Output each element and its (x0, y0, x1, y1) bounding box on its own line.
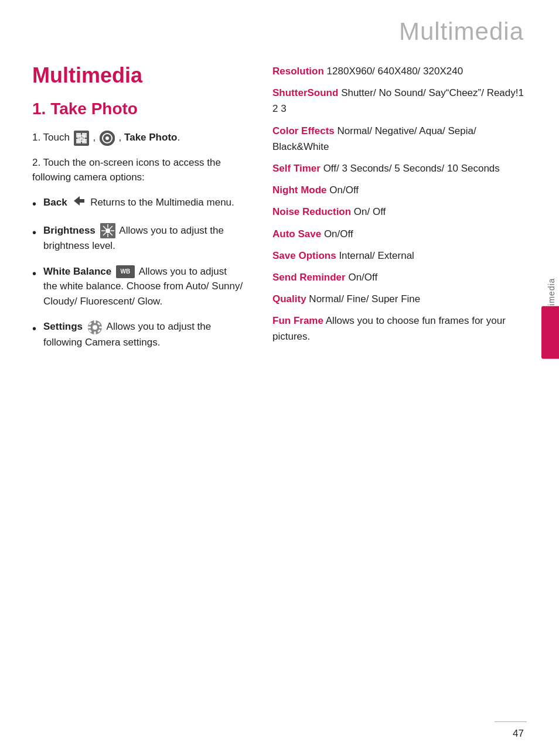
back-text: Returns to the Multimedia menu. (90, 197, 234, 208)
sendreminder-value: On/Off (348, 272, 377, 283)
grid-icon (74, 131, 89, 146)
step-1-separator: , (93, 132, 98, 143)
header-title: Multimedia (399, 18, 524, 45)
night-label: Night Mode (272, 184, 327, 196)
settings-label: Settings (43, 321, 86, 332)
right-item-selftimer: Self Timer Off/ 3 Seconds/ 5 Seconds/ 10… (272, 160, 527, 176)
right-item-sendreminder: Send Reminder On/Off (272, 269, 527, 285)
bullet-list: • Back Returns to the Multimedia menu. • (32, 194, 243, 350)
bullet-settings: • Settings (32, 319, 243, 350)
quality-label: Quality (272, 293, 306, 305)
bullet-back: • Back Returns to the Multimedia menu. (32, 194, 243, 213)
right-item-color: Color Effects Normal/ Negative/ Aqua/ Se… (272, 123, 527, 155)
svg-rect-23 (99, 326, 102, 328)
right-item-resolution: Resolution 1280X960/ 640X480/ 320X240 (272, 63, 527, 79)
page-header: Multimedia (0, 0, 559, 57)
svg-rect-21 (94, 331, 96, 334)
noise-value: On/ Off (354, 206, 386, 217)
right-item-quality: Quality Normal/ Fine/ Super Fine (272, 291, 527, 307)
subsection-title: 1. Take Photo (32, 100, 243, 118)
right-item-noise: Noise Reduction On/ Off (272, 204, 527, 220)
bullet-text-back: Back Returns to the Multimedia menu. (43, 194, 243, 212)
page-container: Multimedia Multimedia 1. Take Photo 1. T… (0, 0, 559, 756)
svg-rect-0 (74, 131, 89, 146)
back-icon (71, 194, 86, 212)
saveoptions-label: Save Options (272, 250, 336, 261)
svg-point-17 (105, 228, 110, 233)
step-1-bold: Take Photo (124, 132, 177, 143)
shutter-label: ShutterSound (272, 87, 338, 98)
step-1: 1. Touch , (32, 130, 243, 146)
back-label: Back (43, 197, 70, 208)
right-item-funframe: Fun Frame Allows you to choose fun frame… (272, 313, 527, 344)
side-tab: Multimedia (540, 264, 559, 341)
funframe-label: Fun Frame (272, 315, 323, 326)
step-1-text: , Take Photo. (119, 132, 180, 143)
night-value: On/Off (329, 184, 359, 196)
bullet-text-brightness: Brightness (43, 223, 243, 254)
right-item-night: Night Mode On/Off (272, 182, 527, 198)
autosave-label: Auto Save (272, 228, 321, 240)
main-content: Multimedia 1. Take Photo 1. Touch , (0, 57, 559, 407)
resolution-value: 1280X960/ 640X480/ 320X240 (327, 66, 463, 77)
wb-label: White Balance (43, 266, 114, 277)
svg-rect-1 (76, 133, 81, 138)
side-tab-bar (541, 306, 559, 359)
left-column: Multimedia 1. Take Photo 1. Touch , (32, 63, 243, 360)
svg-rect-22 (88, 326, 91, 328)
bullet-brightness: • Brightness (32, 223, 243, 254)
svg-rect-2 (82, 133, 87, 138)
section-title: Multimedia (32, 63, 243, 88)
step-1-number: 1. Touch (32, 132, 73, 143)
quality-value: Normal/ Fine/ Super Fine (309, 293, 420, 305)
footer-divider (495, 721, 527, 722)
sendreminder-label: Send Reminder (272, 272, 346, 283)
svg-point-19 (93, 325, 97, 330)
settings-icon (87, 320, 103, 335)
right-item-saveoptions: Save Options Internal/ External (272, 248, 527, 264)
bullet-wb: • White Balance WB Allows you to adjust … (32, 264, 243, 309)
page-number: 47 (513, 728, 524, 740)
color-label: Color Effects (272, 125, 335, 136)
right-column: Resolution 1280X960/ 640X480/ 320X240 Sh… (272, 63, 527, 360)
right-item-shutter: ShutterSound Shutter/ No Sound/ Say“Chee… (272, 85, 527, 117)
bullet-dot-wb: • (32, 265, 36, 282)
bullet-text-wb: White Balance WB Allows you to adjust th… (43, 264, 243, 309)
svg-point-7 (105, 136, 109, 140)
saveoptions-value: Internal/ External (339, 250, 414, 261)
brightness-label: Brightness (43, 225, 98, 236)
autosave-value: On/Off (324, 228, 353, 240)
wb-icon: WB (116, 265, 135, 278)
brightness-icon (100, 223, 115, 238)
svg-rect-4 (82, 139, 87, 143)
bullet-dot-settings: • (32, 320, 36, 337)
selftimer-value: Off/ 3 Seconds/ 5 Seconds/ 10 Seconds (323, 163, 500, 174)
circle-icon (100, 131, 115, 146)
selftimer-label: Self Timer (272, 163, 321, 174)
bullet-text-settings: Settings (43, 319, 243, 350)
step-2: 2. Touch the on-screen icons to access t… (32, 155, 243, 185)
step-2-text: 2. Touch the on-screen icons to access t… (32, 157, 221, 183)
resolution-label: Resolution (272, 66, 324, 77)
svg-rect-3 (76, 139, 81, 143)
bullet-dot-brightness: • (32, 224, 36, 241)
noise-label: Noise Reduction (272, 206, 351, 217)
bullet-dot-back: • (32, 195, 36, 213)
right-item-autosave: Auto Save On/Off (272, 226, 527, 242)
svg-rect-20 (94, 320, 96, 323)
